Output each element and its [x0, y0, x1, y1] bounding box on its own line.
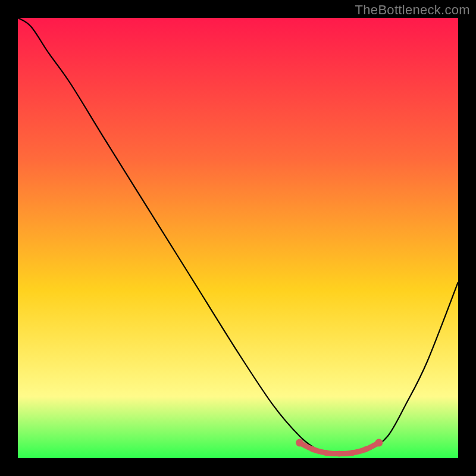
marker-dot	[310, 446, 316, 452]
watermark-text: TheBottleneck.com	[355, 2, 470, 18]
chart-svg	[18, 18, 458, 458]
chart-frame: TheBottleneck.com	[0, 0, 476, 476]
marker-dot	[336, 451, 342, 457]
marker-dot	[363, 446, 369, 452]
marker-dot	[375, 439, 383, 447]
marker-dot	[296, 439, 303, 447]
plot-area	[18, 18, 458, 458]
gradient-background	[18, 18, 458, 458]
marker-dot	[323, 450, 329, 456]
marker-dot	[349, 450, 355, 456]
